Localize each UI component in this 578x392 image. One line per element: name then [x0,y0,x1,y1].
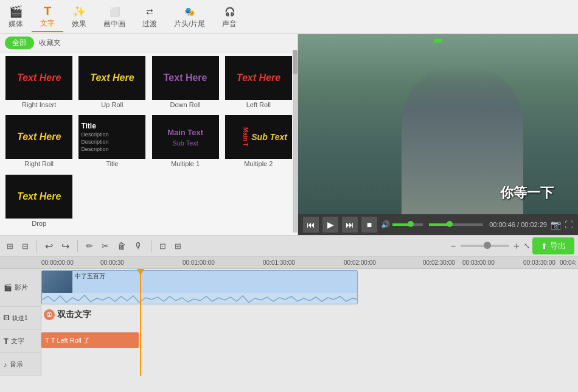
edit-button[interactable]: ✏ [83,239,96,253]
video-clip[interactable]: 中了五百万 [41,270,358,304]
export-button[interactable]: ⬆ 导出 [532,237,574,254]
tab-audio[interactable]: 🎧 声音 [214,2,245,32]
template-left-roll[interactable]: Text Here Left Roll [223,56,294,113]
ruler-mark-2: 00:01:00:00 [183,259,215,266]
video-track-icon: 🎬 [4,284,12,292]
text-clip[interactable]: T T Left Roll 𝓘 [41,332,139,348]
text-icon: T [40,4,55,18]
ruler-mark-3: 00:01:30:00 [263,259,295,266]
ruler-mark-8: 00:04: [560,259,577,266]
toolbar-separator-2 [77,240,78,252]
template-right-insert-text: Text Here [17,72,61,83]
volume-bar[interactable] [392,223,423,226]
tab-pip-label: 画中画 [103,19,125,29]
favorites-filter-button[interactable]: 收藏夹 [39,38,61,48]
annotation: ① 双击文字 [44,309,91,320]
effects-icon: ✨ [72,4,86,19]
filter-bar: 全部 收藏夹 [0,34,298,52]
view-toggle-button[interactable]: ⊞ [4,240,16,253]
tab-transition[interactable]: ⇄ 过渡 [134,2,165,32]
undo-button[interactable]: ↩ [42,239,56,254]
template-drop[interactable]: Text Here Drop [4,175,74,231]
text-track-label: T 文字 [0,330,41,352]
template-right-roll[interactable]: Text Here Right Roll [4,115,74,172]
templates-panel: 全部 收藏夹 Text Here Right Insert Text Here … [0,34,298,235]
redo-button[interactable]: ↪ [58,239,72,254]
tab-text[interactable]: T 文字 [32,1,63,32]
template-up-roll-label: Up Roll [101,101,123,108]
template-right-insert-label: Right Insert [22,101,56,108]
tab-audio-label: 声音 [222,19,237,29]
video-track-row: 🎬 影片 中了五百万 [0,269,578,307]
text-track-icon: T [4,337,9,346]
volume-area: 🔊 [381,220,423,229]
template-down-roll[interactable]: Text Here Down Roll [150,56,221,113]
zoom-in-button[interactable]: ＋ [512,240,521,253]
template-multiple-1[interactable]: Main Text Sub Text Multiple 1 [150,115,221,172]
audio-track-label: ♪ 音乐 [0,353,41,376]
video-subtitle: 你等一下 [500,184,554,202]
audio-track-name: 音乐 [10,360,23,369]
detach-audio-button[interactable]: ⊡ [156,240,169,253]
total-time: 00:02:29 [521,221,547,228]
track1-name: 轨道1 [12,314,28,323]
export-icon: ⬆ [541,242,548,251]
tab-pip[interactable]: ⬜ 画中画 [95,2,134,32]
ruler-mark-4: 00:02:00:00 [344,259,376,266]
zoom-control: － ＋ ⤡ [448,240,530,253]
cursor-icon: 𝓘 [84,335,89,346]
tab-media-label: 媒体 [9,19,23,29]
ruler-mark-0: 00:00:00:00 [41,259,74,266]
template-right-insert[interactable]: Text Here Right Insert [4,56,74,113]
clip-waveform [42,293,357,304]
timeline-area: 00:00:00:00 00:00:30 00:01:00:00 00:01:3… [0,257,578,376]
media-icon: 🎬 [9,4,23,19]
templates-scrollbar[interactable] [293,50,298,233]
template-title[interactable]: Title Description Description Descriptio… [77,115,147,172]
zoom-out-button[interactable]: － [448,240,458,253]
all-filter-button[interactable]: 全部 [5,37,34,49]
pip-icon: ⬜ [107,4,122,19]
text-track-name: 文字 [11,337,24,346]
tab-text-label: 文字 [40,18,55,29]
stop-button[interactable]: ■ [361,217,377,233]
template-multiple-1-sub: Sub Text [172,139,198,147]
zoom-slider-thumb [484,242,491,249]
grid-view-button[interactable]: ⊟ [19,240,32,253]
transition-icon: ⇄ [142,4,157,19]
screenshot-button[interactable]: 📷 [551,220,561,229]
text-clip-label: T Left Roll [51,337,82,344]
fit-button[interactable]: ⤡ [524,242,530,250]
rewind-button[interactable]: ⏮ [303,217,319,233]
template-right-roll-label: Right Roll [24,160,54,167]
tab-media[interactable]: 🎬 媒体 [0,2,32,32]
ruler-mark-5: 00:02:30:00 [423,259,455,266]
timeline-progress[interactable] [429,223,483,226]
tab-effects[interactable]: ✨ 效果 [63,2,95,32]
template-multiple-1-main: Main Text [167,128,203,137]
ruler-mark-7: 00:03:30:00 [523,259,555,266]
record-button[interactable]: 🎙 [131,239,146,253]
play-button[interactable]: ▶ [322,217,338,233]
volume-icon: 🔊 [381,220,390,229]
main-layout: 全部 收藏夹 Text Here Right Insert Text Here … [0,34,578,235]
delete-button[interactable]: 🗑 [114,239,129,253]
template-up-roll[interactable]: Text Here Up Roll [77,56,147,113]
template-multiple-2[interactable]: Main T Sub Text Multiple 2 [223,115,294,172]
tab-effects-label: 效果 [72,19,86,29]
tab-bar: 🎬 媒体 T 文字 ✨ 效果 ⬜ 画中画 ⇄ 过渡 🎭 片头/片尾 🎧 声音 [0,0,578,34]
tab-transition-label: 过渡 [142,19,157,29]
merge-button[interactable]: ⊞ [172,240,184,253]
cut-button[interactable]: ✂ [99,239,112,253]
template-down-roll-text: Text Here [164,72,207,83]
audio-track-content [41,353,578,376]
current-time: 00:00:46 [489,221,515,228]
step-forward-button[interactable]: ⏭ [342,217,358,233]
time-display: 00:00:46 / 00:02:29 [489,221,547,228]
fullscreen-button[interactable]: ⛶ [565,220,573,229]
track1-content: ① 双击文字 [41,307,578,330]
clip-thumbnail [42,271,72,293]
zoom-slider[interactable] [461,245,509,247]
tab-chapters[interactable]: 🎭 片头/片尾 [165,2,214,32]
template-drop-text: Text Here [17,191,61,202]
